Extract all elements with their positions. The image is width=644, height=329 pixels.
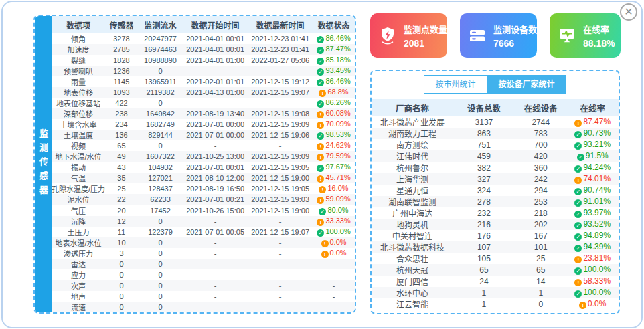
- status-ok-icon: ✓: [317, 68, 324, 76]
- status-ok-icon: ✓: [574, 165, 582, 173]
- table-cell: 2021-12-23 01:41: [248, 33, 313, 44]
- table-cell: 0: [138, 259, 183, 269]
- close-icon[interactable]: ✕: [620, 3, 637, 21]
- table-row: 深部位移23816498422021-08-19 13:402021-12-15…: [52, 108, 355, 119]
- table-cell: 234: [105, 119, 138, 130]
- table-cell: 0: [138, 280, 183, 291]
- status-cell: ✓80.0%: [313, 205, 355, 216]
- stat-card: 监测设备数7666: [460, 13, 537, 58]
- table-cell: 216: [453, 219, 515, 230]
- stat-card: 监测点数量2081: [370, 13, 447, 58]
- status-cell: ✓86.26%: [313, 98, 355, 108]
- table-cell: 北斗微芯数据科技: [372, 241, 453, 253]
- table-cell: 振动: [52, 162, 105, 173]
- table-cell: 242: [515, 173, 566, 185]
- table-row: 流速00---: [52, 302, 355, 312]
- table-cell: 1093: [105, 87, 138, 98]
- table-cell: 1: [515, 287, 566, 298]
- table-cell: -: [248, 66, 313, 76]
- table-cell: 杭州天冠: [372, 264, 453, 276]
- status-percent: 79.59%: [325, 152, 350, 160]
- sensor-table-body: 倾角3278202479772021-04-01 00:012021-12-23…: [52, 33, 355, 312]
- table-row: 地下水温/水位4916073222021-10-25 13:002021-12-…: [52, 151, 355, 162]
- column-header: 在线设备: [515, 99, 566, 116]
- sensor-table-header: 数据项传感器监测流水数据开始时间数据最新时间数据状态: [52, 16, 355, 33]
- table-cell: 459: [453, 150, 515, 162]
- status-percent: 93.97%: [583, 208, 611, 217]
- table-cell: 327: [453, 173, 515, 185]
- table-cell: 0: [138, 248, 183, 259]
- table-cell: 2021-10-26 15:00: [183, 205, 248, 216]
- table-cell: 2021-07-01 00:05: [183, 227, 248, 237]
- status-warn-icon: !: [317, 175, 324, 183]
- status-warn-icon: !: [574, 256, 582, 263]
- table-cell: 2021-12-23 01:41: [248, 44, 313, 55]
- table-cell: 253: [515, 196, 566, 207]
- stat-card-value: 2081: [404, 38, 447, 49]
- status-cell: !16.0%: [313, 183, 355, 194]
- status-cell: -: [313, 280, 355, 291]
- table-cell: 流速: [52, 302, 105, 312]
- stat-card: 在线率88.18%: [550, 13, 621, 58]
- status-cell: !68.8%: [313, 87, 355, 98]
- status-cell: ✓86.46%: [313, 76, 355, 87]
- status-percent: 33.33%: [325, 217, 350, 225]
- table-cell: -: [248, 140, 313, 151]
- table-row: 加速度2785169744632021-04-01 00:012021-12-2…: [52, 44, 355, 55]
- table-cell: 2021-07-01 00:00: [183, 119, 248, 130]
- table-row: 杭州鲁尔382360✓94.24%: [372, 162, 619, 173]
- table-cell: 2021-08-19 16:50: [183, 183, 248, 194]
- table-row: 北斗微芯数据科技107101✓94.39%: [372, 241, 619, 253]
- table-cell: -: [248, 269, 313, 280]
- vendor-stats-panel: 按市州统计按设备厂家统计 厂商名称设备总数在线设备在线率 北斗微芯产业发展313…: [370, 70, 620, 314]
- table-cell: 13965911: [138, 76, 183, 87]
- tab-by-vendor[interactable]: 按设备厂家统计: [487, 75, 566, 94]
- table-cell: 2021-12-15 19:06: [248, 130, 313, 140]
- table-cell: 2021-12-15 19:09: [248, 151, 313, 162]
- status-percent: 94.24%: [583, 162, 611, 172]
- table-cell: 167: [515, 230, 566, 241]
- table-cell: 地声: [52, 291, 105, 302]
- status-ok-icon: ✓: [574, 199, 582, 207]
- status-cell: -: [313, 259, 355, 269]
- status-percent: 100.0%: [583, 265, 611, 274]
- status-percent: 70.09%: [325, 120, 350, 128]
- status-cell: !70.09%: [313, 119, 355, 130]
- table-cell: 地表位移基站: [52, 98, 105, 108]
- status-cell: -: [313, 269, 355, 280]
- table-cell: 星通九恒: [372, 185, 453, 196]
- status-ok-icon: ✓: [574, 267, 582, 275]
- table-cell: 14: [515, 276, 566, 287]
- table-row: 地表位移109321193822021-04-13 01:002021-12-1…: [52, 87, 355, 98]
- table-cell: 0: [105, 302, 138, 312]
- table-cell: 1682749: [138, 119, 183, 130]
- table-cell: 地表位移: [52, 87, 105, 98]
- table-cell: 2021-12-15 19:00: [248, 205, 313, 216]
- table-cell: -: [248, 216, 313, 227]
- table-cell: -: [183, 66, 248, 76]
- status-percent: 93.45%: [325, 66, 350, 74]
- status-percent: 60.08%: [325, 109, 350, 117]
- table-row: 土压力111223792021-07-01 00:052021-12-15 19…: [52, 227, 355, 237]
- table-cell: -: [183, 291, 248, 302]
- table-cell: 24: [453, 276, 515, 287]
- status-warn-icon: !: [317, 143, 324, 150]
- table-cell: 863: [453, 128, 515, 139]
- table-cell: 1828: [105, 55, 138, 66]
- tab-by-city[interactable]: 按市州统计: [424, 75, 487, 94]
- column-header: 在线率: [567, 99, 619, 116]
- table-cell: 加速度: [52, 44, 105, 55]
- table-cell: 2021-12-15 19:03: [248, 194, 313, 205]
- table-cell: 地表水温/水位: [52, 237, 105, 248]
- sensor-table: 数据项传感器监测流水数据开始时间数据最新时间数据状态 倾角32782024797…: [52, 16, 355, 312]
- stat-card-label: 监测设备数: [493, 23, 537, 35]
- status-percent: 97.67%: [325, 162, 350, 171]
- status-cell: ✓98.53%: [313, 130, 355, 140]
- table-cell: 0: [105, 259, 138, 269]
- table-cell: 22: [105, 194, 138, 205]
- table-cell: 裂缝: [52, 55, 105, 66]
- table-cell: 1607322: [138, 151, 183, 162]
- table-cell: 65: [105, 140, 138, 151]
- status-cell: ✓94.24%: [567, 162, 619, 173]
- status-cell: ✓100.0%: [313, 227, 355, 237]
